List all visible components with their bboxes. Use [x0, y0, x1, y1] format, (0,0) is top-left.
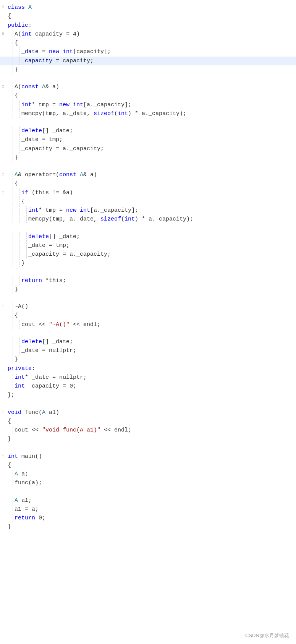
indent-guide — [6, 259, 13, 267]
indent-guide — [6, 285, 13, 294]
token-plain: func(a); — [15, 480, 42, 486]
code-text: A a1; — [13, 496, 296, 505]
token-plain: [capacity]; — [73, 49, 111, 55]
code-line: a1 = a; — [0, 505, 296, 514]
token-plain: } — [21, 260, 25, 266]
code-text: cout << "void func(A a1)" << endl; — [13, 426, 296, 435]
indent-guide — [6, 514, 13, 522]
token-plain: << endl; — [100, 427, 131, 433]
indent-guides — [6, 135, 20, 144]
indent-guide — [6, 153, 13, 162]
token-plain: { — [15, 40, 18, 46]
code-text: int* _date = nullptr; — [13, 373, 296, 382]
indent-guide — [6, 39, 13, 47]
fold-gutter[interactable]: ⊟ — [0, 170, 6, 178]
fold-gutter[interactable]: ⊟ — [0, 30, 6, 37]
fold-gutter[interactable]: ⊟ — [0, 452, 6, 459]
indent-guides — [6, 355, 13, 363]
fold-gutter[interactable]: ⊟ — [0, 408, 6, 415]
token-plain: } — [8, 436, 11, 442]
indent-guide — [13, 346, 20, 355]
token-kw: int — [15, 374, 25, 381]
indent-guide — [6, 311, 13, 320]
fold-gutter — [0, 514, 6, 514]
indent-guides — [6, 206, 27, 214]
code-line — [0, 294, 296, 302]
indent-guide — [6, 83, 13, 91]
token-plain: & operator=( — [18, 172, 59, 178]
code-line — [0, 224, 296, 232]
fold-gutter — [0, 224, 6, 225]
token-plain — [76, 207, 80, 214]
indent-guide — [6, 47, 13, 56]
fold-gutter — [0, 57, 6, 57]
token-kw: public — [8, 22, 28, 29]
fold-gutter — [0, 285, 6, 286]
code-line: A a1; — [0, 496, 296, 505]
code-line: ⊟~A() — [0, 302, 296, 311]
indent-guide — [6, 215, 13, 223]
token-plain: cout << — [15, 427, 42, 433]
token-plain: << endl; — [70, 321, 100, 328]
fold-gutter — [0, 259, 6, 260]
fold-gutter — [0, 417, 6, 418]
token-plain: } — [15, 356, 18, 363]
indent-guide — [6, 241, 13, 250]
fold-gutter — [0, 118, 6, 119]
code-line: ⊟if (this != &a) — [0, 188, 296, 197]
indent-guide — [6, 232, 13, 241]
code-text: } — [13, 285, 296, 294]
code-line: _date = tmp; — [0, 135, 296, 144]
indent-guides — [6, 302, 13, 311]
code-text: A& operator=(const A& a) — [13, 170, 296, 179]
token-plain: _capacity = a._capacity; — [21, 146, 104, 152]
indent-guides — [6, 91, 13, 100]
code-line: _capacity = a._capacity; — [0, 250, 296, 259]
indent-guide — [13, 276, 20, 285]
indent-guide — [13, 320, 20, 329]
token-kw: delete — [28, 234, 49, 240]
indent-guides — [6, 259, 20, 267]
code-text: { — [6, 417, 296, 426]
indent-guides — [6, 197, 20, 206]
code-text: int main() — [6, 452, 296, 461]
code-line: } — [0, 285, 296, 294]
fold-gutter — [0, 364, 6, 365]
indent-guides — [6, 57, 20, 65]
token-plain: = capacity; — [52, 58, 94, 64]
indent-guides — [6, 320, 20, 329]
code-line — [0, 329, 296, 337]
indent-guide — [6, 65, 13, 74]
indent-guides — [6, 153, 13, 162]
indent-guides — [6, 39, 13, 47]
token-plain: a1) — [45, 409, 59, 416]
indent-guides — [6, 479, 13, 487]
indent-guide — [13, 241, 20, 250]
indent-guide — [20, 215, 27, 223]
code-line: func(a); — [0, 479, 296, 487]
fold-gutter — [0, 470, 6, 470]
indent-guide — [6, 30, 13, 38]
token-plain: { — [15, 92, 18, 99]
fold-gutter[interactable]: ⊟ — [0, 83, 6, 90]
code-line — [0, 400, 296, 408]
fold-gutter[interactable]: ⊟ — [0, 302, 6, 310]
token-plain — [25, 4, 28, 11]
token-cn: A — [42, 84, 45, 90]
fold-gutter — [0, 426, 6, 427]
code-line: { — [0, 311, 296, 320]
fold-gutter — [0, 373, 6, 374]
fold-gutter — [0, 382, 6, 383]
indent-guides — [6, 215, 27, 223]
fold-gutter[interactable]: ⊟ — [0, 188, 6, 196]
token-plain: _date = tmp; — [21, 136, 63, 143]
code-line: cout << "void func(A a1)" << endl; — [0, 426, 296, 435]
fold-gutter — [0, 320, 6, 321]
token-kw: int — [8, 453, 18, 460]
indent-guides — [6, 179, 13, 188]
code-line: int* tmp = new int[a._capacity]; — [0, 206, 296, 215]
code-text: { — [13, 39, 296, 47]
fold-gutter[interactable]: ⊟ — [0, 3, 6, 10]
fold-gutter — [0, 21, 6, 22]
indent-guide — [6, 382, 13, 390]
